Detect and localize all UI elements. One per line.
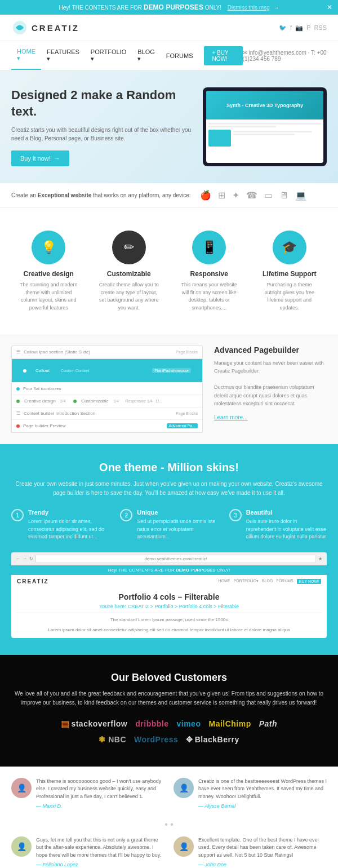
hero-section: Designed 2 make a Random text. Creatiz s… bbox=[0, 70, 338, 183]
portfolio-desc: The standard Lorem Ipsum passage, used s… bbox=[16, 617, 322, 623]
platforms-label: Create an Exceptional website that works… bbox=[11, 192, 191, 198]
support-icon: 🎓 bbox=[273, 231, 306, 264]
pb-row-highlighted: Callout Custom Content Flat iPad showcas… bbox=[12, 358, 202, 383]
device-screen-content bbox=[206, 119, 323, 149]
testimonial-content: Creatiz is one of the bestteeeeeeest Wor… bbox=[198, 778, 327, 811]
pagebuilder-title: Advanced Pagebuilder bbox=[214, 346, 327, 355]
testimonial-item: 👤 Creatiz is one of the bestteeeeeeest W… bbox=[174, 778, 327, 811]
stackoverflow-logo: ▤ stackoverflow bbox=[61, 719, 127, 729]
testimonial-item: 👤 Excellent template. One of the best th… bbox=[174, 836, 327, 869]
portfolio-title: Portfolio 4 cols – Filterable bbox=[16, 592, 322, 601]
customers-title: Our Beloved Customers bbox=[11, 672, 327, 684]
features-grid: 💡 Creative design The stunning and moder… bbox=[11, 225, 327, 317]
wordpress-logo: WordPress bbox=[134, 735, 178, 744]
bookmark-icon[interactable]: ★ bbox=[318, 556, 322, 561]
feature-title: Responsive bbox=[177, 270, 241, 278]
dot-icon bbox=[23, 369, 26, 373]
feature-creative-design: 💡 Creative design The stunning and moder… bbox=[11, 225, 86, 317]
pagebuilder-description: Advanced Pagebuilder Manage your content… bbox=[214, 346, 327, 433]
twitter-icon[interactable]: 🐦 bbox=[279, 24, 287, 32]
inner-header: CREATIZ HOME PORTFOLIO▾ BLOG FORUMS BUY … bbox=[11, 575, 327, 588]
portfolio-breadcrumb: You're here: CREATIZ > Portfolio > Portf… bbox=[16, 604, 322, 609]
avatar: 👤 bbox=[174, 836, 194, 857]
hero-desc: Creatiz starts you with beautiful design… bbox=[11, 126, 192, 143]
pb-row-more: Responsive 1/4 · Li... bbox=[126, 399, 162, 403]
feature-desc: This means your website will fit on any … bbox=[177, 281, 241, 312]
apple-icon: 🍎 bbox=[200, 190, 211, 201]
nav-forums[interactable]: FORUMS bbox=[161, 46, 199, 66]
pb-row-label: Callout bbox=[35, 368, 50, 373]
feature-desc: The stunning and modern theme with unlim… bbox=[17, 281, 81, 312]
logo[interactable]: CREATIZ bbox=[11, 19, 79, 36]
monitor-icon: 🖥 bbox=[279, 191, 288, 201]
forward-icon[interactable]: → bbox=[23, 556, 27, 561]
content-line bbox=[208, 123, 321, 125]
pb-row-sub: Page Blocks bbox=[176, 411, 198, 415]
header: CREATIZ 🐦 f 📷 P RSS bbox=[0, 15, 338, 41]
demo-bar-close[interactable]: ✕ bbox=[327, 3, 332, 11]
nav-home[interactable]: HOME ▾ bbox=[11, 41, 41, 70]
pb-row-sub: Custom Content bbox=[61, 369, 90, 373]
pb-row-icon: ☰ bbox=[16, 349, 20, 355]
hero-buy-button[interactable]: Buy it now! → bbox=[11, 150, 69, 166]
feature-title: Lifetime Support bbox=[258, 270, 322, 278]
demo-bar-dismiss-link[interactable]: Dismiss this msg bbox=[228, 5, 270, 11]
rss-icon[interactable]: RSS bbox=[314, 24, 327, 32]
avatar: 👤 bbox=[174, 778, 194, 798]
vimeo-logo: vimeo bbox=[177, 719, 201, 728]
pb-badge: Flat iPad showcase bbox=[152, 368, 191, 373]
learn-more-link[interactable]: Learn more... bbox=[214, 414, 247, 420]
customizable-icon: ✏ bbox=[112, 231, 146, 264]
dot-icon bbox=[16, 424, 20, 428]
pagebuilder-preview: ☰ Callout Ipad section (Static Slide) Pa… bbox=[11, 346, 203, 433]
social-icons: 🐦 f 📷 P RSS bbox=[279, 24, 327, 32]
facebook-icon[interactable]: f bbox=[290, 24, 292, 32]
inner-nav-item: BLOG bbox=[262, 579, 273, 584]
nav-buy-button[interactable]: + BUY NOW! bbox=[204, 46, 242, 65]
customers-content: Our Beloved Customers We love all of you… bbox=[11, 672, 327, 744]
device-screen: Synth - Creative 3D Typography bbox=[206, 91, 323, 163]
nav-portfolio[interactable]: PORTFOLIO ▾ bbox=[85, 42, 132, 69]
inner-nav-item: PORTFOLIO▾ bbox=[234, 579, 259, 584]
blackberry-icon: ☎ bbox=[246, 190, 257, 201]
pb-row: Creative design 1/4 Customizable 1/4 Res… bbox=[12, 395, 202, 408]
pagebuilder-section: ☰ Callout Ipad section (Static Slide) Pa… bbox=[0, 334, 338, 444]
pb-badge2: Advanced Pa... bbox=[167, 423, 198, 428]
testimonials-section: 👤 This theme is soooooooooo good – I won… bbox=[0, 767, 338, 869]
testimonial-item: 👤 This theme is soooooooooo good – I won… bbox=[11, 778, 164, 811]
pb-row-label: Creative design bbox=[24, 398, 56, 404]
point-content: Beautiful Duis aute irure dolor in repre… bbox=[246, 509, 327, 541]
content-line bbox=[233, 134, 295, 135]
dot-icon bbox=[16, 400, 20, 403]
pagebuilder-desc: Manage your content has never been easie… bbox=[214, 359, 327, 408]
nav-features[interactable]: FEATURES ▾ bbox=[41, 42, 85, 69]
hero-image: Synth - Creative 3D Typography bbox=[203, 87, 327, 166]
pb-row-icon: ☰ bbox=[16, 411, 20, 416]
nav-blog[interactable]: BLOG ▾ bbox=[132, 42, 161, 69]
content-line bbox=[208, 126, 276, 127]
testimonial-author: — Feliciano Lopez bbox=[36, 861, 164, 868]
navigation: HOME ▾ FEATURES ▾ PORTFOLIO ▾ BLOG ▾ FOR… bbox=[0, 41, 338, 70]
feature-support: 🎓 Lifetime Support Purchasing a theme ou… bbox=[252, 225, 327, 317]
customers-desc: We love all of you and all the great fee… bbox=[11, 689, 327, 707]
avatar: 👤 bbox=[11, 778, 32, 798]
feature-title: Customizable bbox=[97, 270, 161, 278]
reload-icon[interactable]: ↻ bbox=[29, 556, 33, 561]
responsive-icon: 📱 bbox=[192, 231, 226, 264]
back-icon[interactable]: ← bbox=[16, 556, 20, 561]
nbc-logo: ❃ NBC bbox=[99, 735, 126, 744]
testimonials-grid-2: 👤 Guys, let me tell you that this is not… bbox=[11, 836, 327, 869]
avatar: 👤 bbox=[11, 836, 32, 857]
features-section: 💡 Creative design The stunning and moder… bbox=[0, 208, 338, 334]
instagram-icon[interactable]: 📷 bbox=[295, 24, 303, 32]
demo-bar-text: Hey! THE CONTENTS ARE FOR DEMO PURPOSES … bbox=[59, 5, 279, 11]
portfolio-body: Lorem ipsum dolor sit amet consectetur a… bbox=[16, 627, 322, 634]
feature-customizable: ✏ Customizable Creatiz theme allow you t… bbox=[92, 225, 167, 317]
million-point-beautiful: 3 Beautiful Duis aute irure dolor in rep… bbox=[229, 509, 327, 541]
url-bar[interactable]: demo.yeahthemes.com/creatiz/ bbox=[35, 555, 316, 563]
testimonial-author: — Maxxi D. bbox=[36, 803, 164, 811]
testimonials-grid: 👤 This theme is soooooooooo good – I won… bbox=[11, 778, 327, 811]
pb-row: ☰ Content builder Introduction Section P… bbox=[12, 408, 202, 420]
screenshot-content: Portfolio 4 cols – Filterable You're her… bbox=[11, 588, 327, 638]
pinterest-icon[interactable]: P bbox=[306, 24, 310, 32]
